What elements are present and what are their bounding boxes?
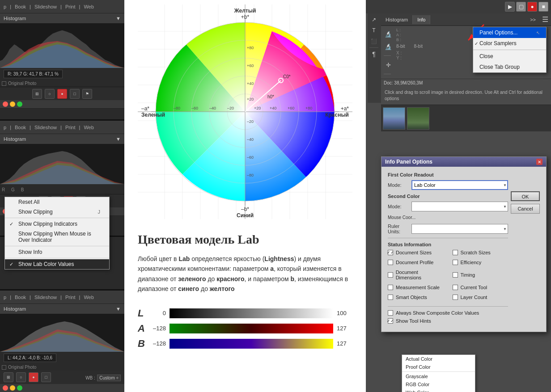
tool-flag[interactable]: ⚑ [82,89,92,99]
cb-doc-dimensions-input[interactable] [388,272,393,278]
cb-scratch-sizes-input[interactable] [453,250,458,255]
ruler-units-dropdown[interactable] [411,224,508,234]
histogram-area-2 [0,144,124,184]
ps-tool-type[interactable]: T [369,26,378,35]
nav-item-print[interactable]: Print [65,4,76,9]
histogram-menu-icon-2[interactable]: ▼ [116,136,121,142]
dd-rgb[interactable]: RGB Color [402,380,475,388]
nav-item-book[interactable]: Book [15,4,26,9]
cb-measurement-input[interactable] [388,285,393,290]
svg-text:–40: –40 [209,106,216,110]
tab-info[interactable]: Info [413,15,430,24]
win-min-1[interactable] [10,101,15,107]
nav-item-slideshow2[interactable]: Slideshow [34,125,57,130]
cm-panel-options[interactable]: Panel Options... ↖ [473,27,546,38]
tool-btn-3d[interactable]: □ [41,372,51,382]
win-max-1[interactable] [17,101,22,107]
ok-button[interactable]: OK [511,191,540,201]
info-panel-options-dialog: Info Panel Options ✕ OK Cancel First Col… [381,156,547,332]
cb-timing-input[interactable] [453,272,458,278]
cm-show-lab-values[interactable]: Show Lab Color Values [5,259,109,269]
cm-show-clipping-mouse[interactable]: Show Clipping When Mouse is Over Indicat… [5,229,109,245]
histogram-menu-icon[interactable]: ▼ [116,16,121,21]
red-icon[interactable]: ● [527,2,537,12]
tool-grid[interactable]: ⊞ [32,89,42,99]
nav-item-slideshow[interactable]: Slideshow [34,4,57,9]
cb-doc-profile-input[interactable] [388,260,393,265]
histogram-header-2[interactable]: Histogram ▼ [0,134,124,144]
nav-item-p2[interactable]: p [4,125,6,130]
panel-more-btn[interactable]: >> [526,15,539,24]
cb-layer-count-input[interactable] [453,295,458,300]
dd-web[interactable]: Web Color [402,388,475,392]
nav-item-print2[interactable]: Print [65,125,76,130]
cm-show-clipping[interactable]: Show Clipping J [5,207,109,217]
thumb-2 [407,107,429,130]
tool-btn-3b[interactable]: ○ [16,372,26,382]
play-icon[interactable]: ▶ [505,2,515,12]
nav-item-web[interactable]: Web [84,4,93,9]
cb-efficiency-input[interactable] [453,260,458,265]
cm-close-tab-group[interactable]: Close Tab Group [473,62,546,72]
window-controls-1 [0,100,124,109]
win-close-1[interactable] [3,101,8,107]
cb-doc-dimensions: Document Dimensions [388,270,444,280]
svg-text:+20: +20 [254,106,261,110]
dd-grayscale[interactable]: Grayscale [402,372,475,380]
second-mode-dropdown[interactable] [411,202,508,211]
cb-doc-profile: Document Profile [388,260,444,265]
nav-item-web3[interactable]: Web [84,295,93,300]
histogram-menu-icon-3[interactable]: ▼ [116,306,121,312]
nav-item-p3[interactable]: p [4,295,6,300]
nav-item-web2[interactable]: Web [84,125,93,130]
original-photo-label-3: Original Photo [0,364,124,371]
move-icon[interactable]: ✛ [384,60,393,69]
cb-doc-sizes-input[interactable]: ✓ [388,250,393,255]
original-photo-checkbox-3[interactable] [2,365,6,370]
lab-title: Цветовая модель Lab [138,232,352,247]
cb-always-composite-input[interactable] [388,310,393,316]
tool-btn-3c[interactable]: ● [29,372,38,382]
nav-item-book2[interactable]: Book [15,125,26,130]
tool-btn-3a[interactable]: ⊞ [4,372,13,382]
cm-show-clipping-indicators[interactable]: Show Clipping Indicators [5,219,109,229]
win-min-3[interactable] [10,385,15,391]
cm-show-info[interactable]: Show Info [5,247,109,257]
cm-close[interactable]: Close [473,51,546,62]
histogram-header-1[interactable]: Histogram ▼ [0,13,124,23]
cm-reset-all[interactable]: Reset All [5,197,109,207]
bar-label-B: B [138,338,147,350]
panel-menu-btn[interactable]: ☰ [539,13,551,25]
gray-icon[interactable]: ■ [538,2,548,12]
info-cell-l: L : [396,28,473,32]
ps-tool-arrow[interactable]: ↗ [369,15,378,24]
eyedropper2-icon[interactable]: 🔬 [384,42,393,51]
selection-icon[interactable]: ▢ [516,2,526,12]
cb-current-tool-input[interactable] [453,285,458,290]
nav-item-slideshow3[interactable]: Slideshow [34,295,57,300]
cb-smart-objects-input[interactable] [388,295,393,300]
tool-circle[interactable]: ○ [45,89,55,99]
tool-divider [369,47,378,48]
dd-actual-color[interactable]: Actual Color [402,355,475,363]
tool-square[interactable]: □ [70,89,80,99]
eyedropper-icon[interactable]: 🔬 [384,30,393,38]
cb-scratch-sizes: Scratch Sizes [453,250,509,255]
cm-color-samplers[interactable]: Color Samplers [473,38,546,49]
histogram-header-3[interactable]: Histogram ▼ [0,304,124,314]
nav-item-book3[interactable]: Book [15,295,26,300]
ps-tool-para[interactable]: ¶ [369,50,378,59]
cancel-button[interactable]: Cancel [511,204,540,214]
win-max-3[interactable] [17,385,22,391]
nav-item-p[interactable]: p [4,4,6,9]
first-mode-select[interactable]: Lab Color [411,180,508,190]
cb-tool-hints-input[interactable]: ✓ [388,318,393,324]
dd-proof-color[interactable]: Proof Color [402,363,475,371]
nav-item-print3[interactable]: Print [65,295,76,300]
win-close-3[interactable] [3,385,8,391]
tool-record[interactable]: ● [57,89,67,99]
dialog-close-btn[interactable]: ✕ [536,159,543,165]
tab-histogram[interactable]: Histogram [381,15,413,24]
original-photo-checkbox-1[interactable] [2,81,6,86]
ps-tool-ruler[interactable]: ⬛ [369,37,378,46]
